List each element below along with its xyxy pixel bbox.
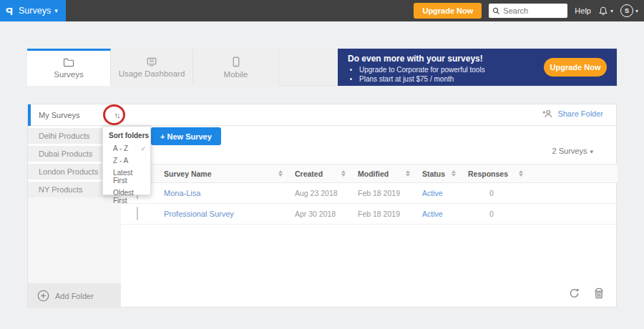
search-box[interactable]	[489, 4, 567, 18]
notifications-menu[interactable]: ▾	[598, 6, 613, 16]
chevron-down-icon: ▾	[610, 8, 613, 14]
new-survey-button[interactable]: + New Survey	[151, 127, 221, 145]
column-status[interactable]: Status	[417, 170, 463, 178]
status-badge[interactable]: Active	[417, 210, 463, 218]
column-sort-icon	[452, 170, 456, 177]
banner-upgrade-button[interactable]: Upgrade Now	[544, 58, 607, 77]
column-modified[interactable]: Modified	[353, 170, 417, 178]
folder-label: Dubai Products	[39, 149, 92, 158]
responses-cell: 0	[463, 189, 530, 197]
sort-option-label: Oldest First	[113, 189, 146, 205]
row-checkbox[interactable]	[137, 207, 138, 220]
chevron-down-icon: ▾	[54, 7, 58, 14]
sort-option-z-a[interactable]: Z - A	[103, 154, 150, 167]
table-row: Mona-Lisa Aug 23 2018 Feb 18 2019 Active…	[121, 183, 618, 204]
mobile-icon	[233, 57, 240, 67]
tab-mobile[interactable]: Mobile	[193, 49, 279, 86]
dashboard-icon	[146, 57, 157, 67]
column-label: Modified	[358, 170, 389, 178]
column-sort-icon	[406, 170, 410, 177]
column-label: Created	[295, 170, 323, 178]
sort-option-label: Z - A	[113, 157, 128, 164]
banner-bullet: Plans start at just $75 / month	[359, 75, 485, 83]
panel-header: My Surveys ↑↓ Share Folder	[28, 104, 616, 126]
sidebar-filler	[28, 197, 121, 283]
folder-label: London Products	[39, 167, 98, 176]
current-folder-label: My Surveys	[39, 111, 79, 119]
tabs-filler	[279, 49, 338, 85]
delete-button[interactable]	[593, 288, 605, 299]
surveys-content: + New Survey 2 Surveys▾ Survey Name Crea…	[121, 126, 618, 308]
add-folder-label: Add Folder	[55, 292, 94, 300]
created-cell: Apr 30 2018	[290, 210, 353, 218]
tab-label: Usage Dashboard	[119, 69, 185, 78]
table-header-row: Survey Name Created Modified Status Resp…	[121, 164, 618, 183]
share-folder-label: Share Folder	[557, 109, 603, 118]
column-responses[interactable]: Responses	[463, 170, 530, 178]
proprofs-logo: P	[0, 5, 19, 17]
responses-cell: 0	[463, 210, 530, 218]
search-input[interactable]	[503, 6, 563, 15]
status-badge[interactable]: Active	[417, 189, 463, 197]
column-sort-icon	[278, 170, 283, 177]
product-name: Surveys	[19, 6, 51, 16]
current-folder[interactable]: My Surveys	[28, 104, 121, 126]
created-cell: Aug 23 2018	[290, 189, 353, 197]
modified-cell: Feb 18 2019	[353, 189, 417, 197]
tab-label: Surveys	[54, 70, 84, 79]
module-tabs: Surveys Usage Dashboard Mobile	[27, 49, 338, 86]
column-survey-name[interactable]: Survey Name	[164, 170, 290, 178]
column-label: Status	[422, 170, 445, 178]
sort-folders-menu: Sort folders A - Z ✓ Z - A Latest First …	[102, 126, 151, 195]
tab-surveys[interactable]: Surveys	[27, 49, 111, 86]
chevron-down-icon: ▾	[590, 148, 593, 155]
banner-title: Do even more with your surveys!	[348, 54, 483, 64]
survey-count-dropdown[interactable]: 2 Surveys▾	[552, 147, 593, 155]
sort-option-a-z[interactable]: A - Z ✓	[103, 142, 150, 154]
avatar: S	[620, 4, 633, 17]
product-switcher[interactable]: P Surveys ▾	[0, 0, 66, 21]
tab-label: Mobile	[224, 70, 248, 79]
sort-option-oldest-first[interactable]: Oldest First	[103, 187, 150, 207]
add-folder-button[interactable]: Add Folder	[28, 283, 121, 308]
check-icon: ✓	[140, 145, 146, 152]
restore-icon	[569, 290, 580, 300]
search-icon	[492, 7, 500, 15]
column-created[interactable]: Created	[290, 170, 353, 178]
share-person-icon	[542, 109, 553, 118]
column-sort-icon	[519, 170, 523, 177]
banner-bullet: Upgrade to Corporate for powerful tools	[359, 66, 485, 74]
column-label: Survey Name	[164, 170, 212, 178]
survey-count-label: 2 Surveys	[552, 147, 587, 155]
folder-label: NY Products	[39, 185, 83, 194]
chevron-down-icon: ▾	[635, 8, 638, 14]
restore-button[interactable]	[569, 288, 580, 298]
banner-bullets: Upgrade to Corporate for powerful tools …	[359, 66, 485, 84]
sort-option-label: Latest First	[113, 169, 146, 185]
tab-usage-dashboard[interactable]: Usage Dashboard	[111, 49, 193, 86]
promo-banner: Do even more with your surveys! Upgrade …	[338, 49, 617, 86]
folder-label: Delhi Products	[39, 132, 90, 140]
sort-option-label: A - Z	[113, 144, 128, 152]
column-label: Responses	[468, 170, 508, 178]
sort-menu-title: Sort folders	[103, 127, 150, 142]
top-bar: P Surveys ▾ Upgrade Now Help ▾ S ▾	[0, 0, 644, 21]
account-menu[interactable]: S ▾	[620, 4, 638, 17]
upgrade-now-button[interactable]: Upgrade Now	[414, 3, 482, 19]
help-link[interactable]: Help	[575, 6, 591, 15]
trash-icon	[593, 290, 605, 301]
table-row: Professional Survey Apr 30 2018 Feb 18 2…	[121, 204, 618, 225]
modified-cell: Feb 18 2019	[353, 210, 417, 218]
sort-option-latest-first[interactable]: Latest First	[103, 167, 150, 187]
survey-name-link[interactable]: Professional Survey	[164, 210, 290, 218]
bell-icon	[598, 6, 608, 16]
survey-name-link[interactable]: Mona-Lisa	[164, 189, 290, 197]
surveys-table: Survey Name Created Modified Status Resp…	[121, 164, 618, 225]
column-sort-icon	[341, 170, 346, 177]
share-folder-button[interactable]: Share Folder	[542, 109, 603, 118]
sort-folders-button[interactable]: ↑↓	[109, 108, 125, 122]
plus-circle-icon	[37, 290, 49, 302]
folder-icon	[63, 58, 74, 67]
